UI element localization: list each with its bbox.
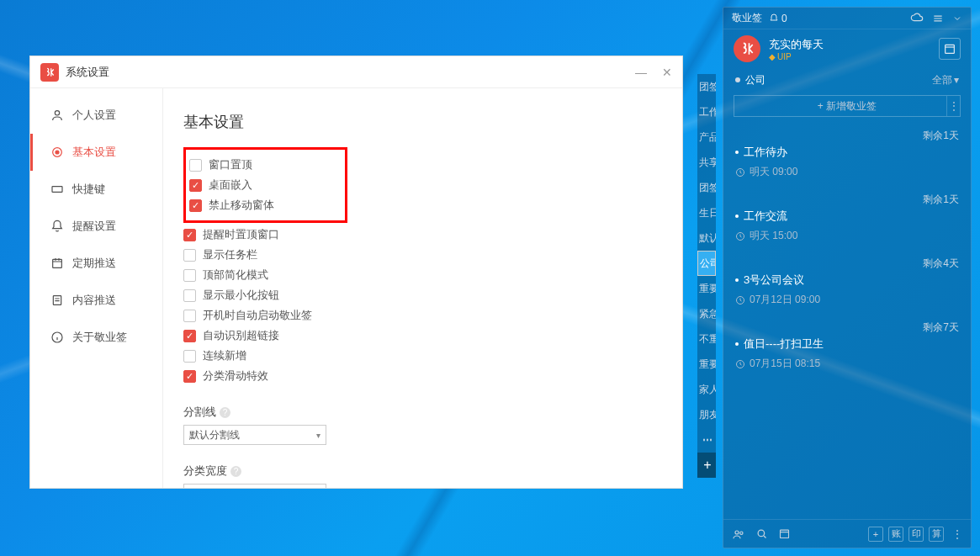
- sidebar-item-label: 提醒设置: [72, 219, 116, 234]
- checkbox-row[interactable]: 显示最小化按钮: [183, 285, 662, 305]
- note-item[interactable]: 剩余1天 工作交流 明天 15:00: [723, 188, 971, 252]
- sidebar-item-about[interactable]: 关于敬业签: [30, 319, 162, 356]
- note-item[interactable]: 剩余4天 3号公司会议 07月12日 09:00: [723, 252, 971, 315]
- sidebar-item-basic[interactable]: 基本设置: [30, 134, 162, 171]
- checkbox-row[interactable]: 禁止移动窗体: [189, 195, 338, 215]
- category-filter[interactable]: 全部▾: [932, 73, 959, 87]
- settings-content: 基本设置 窗口置顶桌面嵌入禁止移动窗体提醒时置顶窗口显示任务栏顶部简化模式显示最…: [163, 88, 682, 488]
- bg-tab[interactable]: 朋友: [697, 402, 716, 427]
- bg-tab[interactable]: 团签: [697, 74, 716, 99]
- note-item[interactable]: 剩余1天 工作待办 明天 09:00: [723, 124, 971, 188]
- bg-tab[interactable]: 重要: [697, 276, 716, 301]
- menu-icon[interactable]: [932, 13, 944, 24]
- bg-tab[interactable]: 团签: [697, 175, 716, 200]
- checkbox[interactable]: [183, 330, 196, 342]
- note-remain: 剩余4天: [735, 257, 959, 271]
- checkbox-row[interactable]: 提醒时置顶窗口: [183, 225, 662, 245]
- checkbox[interactable]: [183, 289, 196, 302]
- cloud-sync-icon[interactable]: [910, 12, 924, 25]
- target-icon: [50, 146, 64, 159]
- settings-sidebar: 个人设置 基本设置 快捷键 提醒设置 定期推送 内容推送: [30, 88, 163, 488]
- bg-tab[interactable]: 产品: [697, 124, 716, 150]
- checkbox-row[interactable]: 窗口置顶: [189, 155, 338, 175]
- sidebar-item-reminder[interactable]: 提醒设置: [30, 208, 162, 245]
- widget-footer: +账印算 ⋮: [723, 519, 971, 548]
- checkbox-row[interactable]: 桌面嵌入: [189, 175, 338, 195]
- footer-square-button[interactable]: 印: [908, 527, 924, 542]
- divider-select[interactable]: 默认分割线▾: [183, 425, 326, 445]
- checkbox[interactable]: [189, 179, 202, 192]
- note-time: 07月12日 09:00: [735, 293, 959, 307]
- widget-notif[interactable]: 0: [769, 13, 787, 24]
- widget-category-row[interactable]: 公司 全部▾: [723, 68, 971, 92]
- clock-icon: [735, 359, 745, 369]
- settings-window: 系统设置 — ✕ 个人设置 基本设置 快捷键 提醒设置: [29, 56, 683, 489]
- svg-rect-5: [53, 296, 61, 305]
- checkbox[interactable]: [183, 350, 196, 363]
- sidebar-item-content-push[interactable]: 内容推送: [30, 282, 162, 319]
- checkbox-row[interactable]: 顶部简化模式: [183, 265, 662, 285]
- note-remain: 剩余1天: [735, 129, 959, 143]
- bg-tab[interactable]: 重要: [697, 352, 716, 377]
- search-icon[interactable]: [755, 527, 768, 540]
- bg-tab-more[interactable]: ⋯: [697, 427, 716, 453]
- checkbox[interactable]: [183, 229, 196, 241]
- checkbox[interactable]: [189, 159, 202, 172]
- width-select[interactable]: 小（27px）▾: [183, 484, 326, 488]
- note-item[interactable]: 剩余7天 值日----打扫卫生 07月15日 08:15: [723, 315, 971, 379]
- bell-icon: [769, 13, 779, 24]
- close-button[interactable]: ✕: [662, 66, 672, 79]
- chevron-down-icon: ▾: [954, 74, 959, 86]
- minimize-button[interactable]: —: [635, 66, 647, 79]
- checkbox-row[interactable]: 分类滑动特效: [183, 366, 662, 386]
- bg-tab[interactable]: 不重: [697, 326, 716, 352]
- chevron-down-icon[interactable]: [952, 13, 962, 24]
- clock-icon: [735, 231, 745, 241]
- footer-square-button[interactable]: +: [868, 527, 883, 542]
- bg-tab[interactable]: 生日: [697, 200, 716, 225]
- checkbox[interactable]: [183, 249, 196, 262]
- bg-tab-add[interactable]: +: [697, 453, 716, 478]
- svg-point-0: [55, 111, 59, 115]
- sidebar-item-schedule-push[interactable]: 定期推送: [30, 245, 162, 282]
- checkbox[interactable]: [183, 269, 196, 282]
- bg-tab[interactable]: 家人: [697, 377, 716, 402]
- svg-rect-7: [946, 45, 955, 53]
- note-title: 3号公司会议: [735, 273, 959, 288]
- checkbox[interactable]: [183, 370, 196, 383]
- checkbox-row[interactable]: 显示任务栏: [183, 245, 662, 265]
- vip-badge: ◆UIP: [769, 52, 824, 61]
- drag-handle-icon[interactable]: ⋮: [946, 96, 960, 116]
- checkbox-label: 显示最小化按钮: [203, 288, 279, 303]
- checkbox-row[interactable]: 连续新增: [183, 346, 662, 366]
- sidebar-item-shortcut[interactable]: 快捷键: [30, 171, 162, 208]
- add-note-button[interactable]: + 新增敬业签 ⋮: [734, 95, 961, 117]
- team-icon[interactable]: [732, 527, 745, 541]
- archive-icon[interactable]: [778, 527, 791, 540]
- footer-square-button[interactable]: 账: [888, 527, 903, 542]
- svg-rect-4: [53, 259, 62, 267]
- bg-tab[interactable]: 紧急: [697, 301, 716, 326]
- avatar[interactable]: [734, 35, 760, 62]
- help-icon[interactable]: ?: [220, 407, 230, 418]
- checkbox-row[interactable]: 自动识别超链接: [183, 326, 662, 346]
- help-icon[interactable]: ?: [230, 466, 241, 477]
- calendar-button[interactable]: [939, 38, 961, 60]
- checkbox-row[interactable]: 开机时自动启动敬业签: [183, 305, 662, 326]
- bg-tab[interactable]: 工作: [697, 99, 716, 124]
- svg-point-13: [740, 532, 743, 534]
- checkbox[interactable]: [189, 199, 202, 212]
- bg-tab[interactable]: 共享: [697, 150, 716, 175]
- checkbox[interactable]: [183, 310, 196, 322]
- bg-tab[interactable]: 默认: [697, 225, 716, 251]
- footer-square-button[interactable]: 算: [929, 527, 944, 542]
- doc-icon: [50, 294, 64, 307]
- more-icon[interactable]: ⋮: [952, 528, 962, 540]
- checkbox-label: 提醒时置顶窗口: [203, 227, 279, 242]
- window-title: 系统设置: [66, 65, 109, 80]
- background-category-tabs: 团签工作产品共享团签生日默认公司重要紧急不重重要家人朋友⋯+: [697, 74, 716, 478]
- bg-tab[interactable]: 公司: [697, 251, 716, 276]
- sidebar-item-label: 内容推送: [72, 293, 116, 308]
- sidebar-item-personal[interactable]: 个人设置: [30, 97, 162, 134]
- checkbox-label: 禁止移动窗体: [209, 198, 274, 213]
